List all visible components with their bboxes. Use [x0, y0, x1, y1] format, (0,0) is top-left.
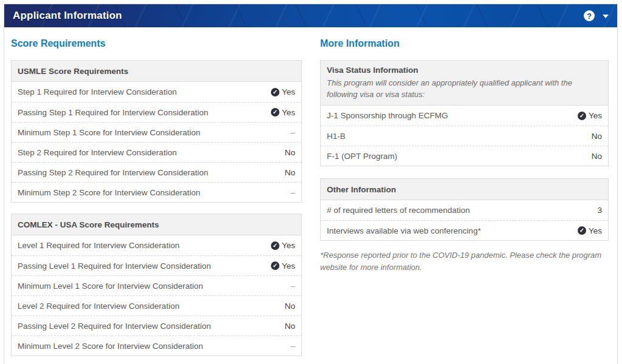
check-icon — [271, 108, 279, 116]
row-value: No — [285, 322, 295, 331]
row-value: No — [592, 152, 602, 161]
table-row: Interviews available via web conferencin… — [321, 220, 608, 240]
check-icon — [271, 88, 279, 96]
row-value: Yes — [271, 241, 295, 250]
usmle-table-header: USMLE Score Requirements — [12, 61, 301, 82]
chevron-down-icon[interactable] — [603, 15, 609, 18]
table-row: Passing Step 2 Required for Interview Co… — [12, 162, 301, 182]
table-row: Level 1 Required for Interview Considera… — [12, 235, 301, 255]
table-row: Level 2 Required for Interview Considera… — [12, 295, 301, 315]
check-icon — [271, 241, 279, 250]
table-row: Step 1 Required for Interview Considerat… — [12, 82, 301, 102]
table-row: Minimum Step 1 Score for Interview Consi… — [12, 122, 301, 142]
check-icon — [578, 226, 586, 235]
usmle-score-table: USMLE Score Requirements Step 1 Required… — [11, 60, 302, 203]
other-table-title: Other Information — [327, 185, 396, 194]
applicant-information-card: Applicant Information ? Score Requiremen… — [4, 4, 618, 364]
row-value: No — [285, 168, 295, 177]
visa-table-title: Visa Status Information — [327, 66, 602, 75]
row-value: No — [285, 302, 295, 311]
other-information-table: Other Information # of required letters … — [320, 178, 609, 241]
table-row: Passing Level 2 Required for Interview C… — [12, 315, 301, 335]
row-value: No — [285, 148, 295, 157]
row-value: Yes — [271, 261, 295, 271]
table-row: Minimum Level 2 Score for Interview Cons… — [12, 335, 301, 356]
row-value: No — [592, 132, 602, 141]
row-value: 3 — [597, 206, 602, 215]
more-information-heading: More Information — [320, 38, 609, 49]
row-value: – — [290, 128, 295, 137]
row-value: – — [290, 188, 295, 197]
usmle-table-title: USMLE Score Requirements — [18, 67, 128, 76]
row-value: Yes — [271, 87, 295, 96]
visa-status-table: Visa Status Information This program wil… — [320, 60, 609, 166]
table-row: J-1 Sponsorship through ECFMG Yes — [321, 106, 608, 126]
row-value: Yes — [578, 226, 602, 235]
help-icon[interactable]: ? — [584, 10, 595, 21]
score-requirements-column: Score Requirements USMLE Score Requireme… — [11, 35, 302, 356]
table-row: Minimum Step 2 Score for Interview Consi… — [12, 182, 301, 202]
table-row: # of required letters of recommendation … — [321, 200, 608, 220]
table-row: Passing Level 1 Required for Interview C… — [12, 255, 301, 275]
table-row: Passing Step 1 Required for Interview Co… — [12, 102, 301, 122]
row-value: Yes — [271, 108, 295, 117]
table-row: H1-B No — [321, 126, 608, 146]
comlex-table-header: COMLEX - USA Score Requirements — [12, 214, 301, 235]
check-icon — [578, 112, 586, 120]
table-row: Step 2 Required for Interview Considerat… — [12, 142, 301, 162]
page-title: Applicant Information — [13, 10, 122, 22]
check-icon — [271, 261, 279, 270]
table-row: Minimum Level 1 Score for Interview Cons… — [12, 275, 301, 295]
row-value: – — [290, 281, 295, 291]
comlex-score-table: COMLEX - USA Score Requirements Level 1 … — [11, 214, 302, 356]
section-header-bar: Applicant Information ? — [4, 4, 617, 27]
row-value: Yes — [578, 111, 602, 120]
visa-table-subtitle: This program will consider an appropriat… — [327, 77, 602, 100]
score-requirements-heading: Score Requirements — [11, 38, 302, 49]
visa-table-header: Visa Status Information This program wil… — [321, 61, 608, 106]
comlex-table-title: COMLEX - USA Score Requirements — [18, 220, 159, 229]
covid-footnote: *Response reported prior to the COVID-19… — [320, 249, 609, 274]
row-value: – — [290, 342, 295, 351]
other-table-header: Other Information — [321, 179, 608, 200]
more-information-column: More Information Visa Status Information… — [320, 35, 609, 274]
table-row: F-1 (OPT Program) No — [321, 146, 608, 166]
